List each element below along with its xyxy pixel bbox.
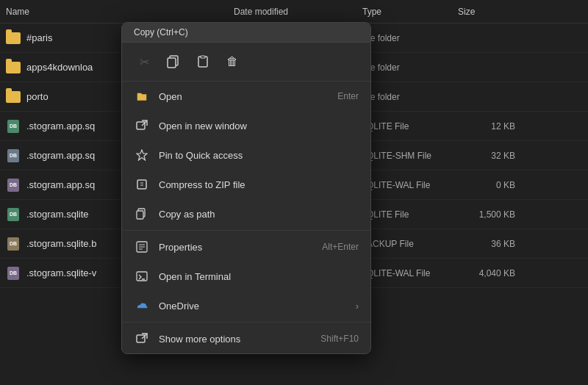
file-type: SQLITE File: [361, 121, 456, 132]
menu-item-shortcut: Enter: [337, 91, 359, 101]
column-headers: Name Date modified Type Size: [0, 0, 588, 24]
menu-item-label: Open: [159, 91, 331, 102]
menu-item-pin-quick-access[interactable]: Pin to Quick access: [122, 140, 370, 170]
menu-item-open[interactable]: Open Enter: [122, 82, 370, 111]
open-terminal-icon: [134, 268, 150, 284]
col-header-type: Type: [362, 7, 458, 17]
file-type: File folder: [361, 92, 456, 102]
svg-rect-18: [137, 335, 145, 342]
menu-item-compress-zip[interactable]: Compress to ZIP file: [122, 170, 370, 199]
menu-items-container: Open Enter Open in new window Pin to Qui…: [122, 82, 370, 353]
menu-separator: [122, 230, 370, 231]
file-size: 36 KB: [456, 239, 515, 249]
file-type: File folder: [361, 62, 456, 73]
col-header-name[interactable]: Name: [6, 7, 234, 17]
show-more-icon: [134, 331, 150, 347]
menu-item-label: Open in Terminal: [159, 271, 359, 282]
file-icon: DB: [6, 178, 21, 192]
col-header-size: Size: [458, 7, 517, 17]
svg-rect-7: [137, 180, 146, 189]
compress-zip-icon: [134, 176, 150, 192]
open-new-window-icon: [134, 118, 150, 134]
menu-item-shortcut: Shift+F10: [320, 334, 359, 344]
menu-item-arrow: ›: [356, 301, 359, 312]
menu-item-open-new-window[interactable]: Open in new window: [122, 111, 370, 140]
onedrive-icon: [134, 298, 150, 314]
svg-rect-11: [137, 211, 143, 219]
menu-item-properties[interactable]: Properties Alt+Enter: [122, 232, 370, 262]
menu-item-copy-path[interactable]: Copy as path: [122, 199, 370, 229]
col-header-date: Date modified: [234, 7, 362, 17]
tooltip-bar: Copy (Ctrl+C): [122, 23, 370, 43]
file-type: File folder: [361, 33, 456, 43]
file-type: BACKUP File: [361, 239, 456, 249]
pin-quick-access-icon: [134, 147, 150, 163]
menu-separator: [122, 322, 370, 323]
file-type: SQLITE-SHM File: [361, 151, 456, 161]
paste-button[interactable]: [190, 48, 216, 75]
cut-button[interactable]: ✂: [131, 48, 157, 75]
file-icon: [6, 60, 21, 75]
file-icon: DB: [6, 119, 21, 134]
menu-item-label: Pin to Quick access: [159, 150, 359, 161]
file-size: 4,040 KB: [456, 268, 515, 278]
file-icon: [6, 90, 21, 104]
menu-item-label: OneDrive: [159, 301, 350, 312]
file-type: SQLITE-WAL File: [361, 268, 456, 278]
delete-button[interactable]: 🗑: [219, 48, 245, 75]
copy-path-icon: [134, 206, 150, 222]
file-size: 32 KB: [456, 151, 515, 161]
open-icon: [134, 88, 150, 104]
context-menu: Copy (Ctrl+C) ✂ 🗑 Open Enter Open in new…: [121, 22, 371, 354]
file-icon: [6, 31, 21, 46]
svg-marker-6: [137, 150, 147, 160]
file-size: 0 KB: [456, 180, 515, 190]
file-icon: DB: [6, 266, 21, 281]
menu-item-label: Properties: [159, 242, 316, 253]
menu-item-label: Copy as path: [159, 209, 359, 220]
svg-rect-4: [137, 122, 145, 129]
file-type: SQLITE-WAL File: [361, 180, 456, 190]
menu-item-shortcut: Alt+Enter: [322, 242, 359, 252]
menu-item-onedrive[interactable]: OneDrive ›: [122, 291, 370, 320]
menu-item-label: Open in new window: [159, 120, 359, 132]
file-size: 12 KB: [456, 121, 515, 132]
menu-item-label: Compress to ZIP file: [159, 179, 359, 190]
menu-item-open-terminal[interactable]: Open in Terminal: [122, 262, 370, 291]
properties-icon: [134, 239, 150, 255]
svg-rect-1: [168, 58, 176, 68]
file-size: 1,500 KB: [456, 209, 515, 220]
file-icon: DB: [6, 148, 21, 163]
copy-button[interactable]: [160, 48, 187, 75]
file-icon: DB: [6, 237, 21, 251]
file-icon: DB: [6, 207, 21, 222]
menu-item-show-more[interactable]: Show more options Shift+F10: [122, 324, 370, 353]
svg-rect-3: [201, 56, 205, 58]
menu-item-label: Show more options: [159, 334, 315, 345]
file-type: SQLITE File: [361, 209, 456, 220]
context-toolbar: ✂ 🗑: [122, 43, 370, 82]
